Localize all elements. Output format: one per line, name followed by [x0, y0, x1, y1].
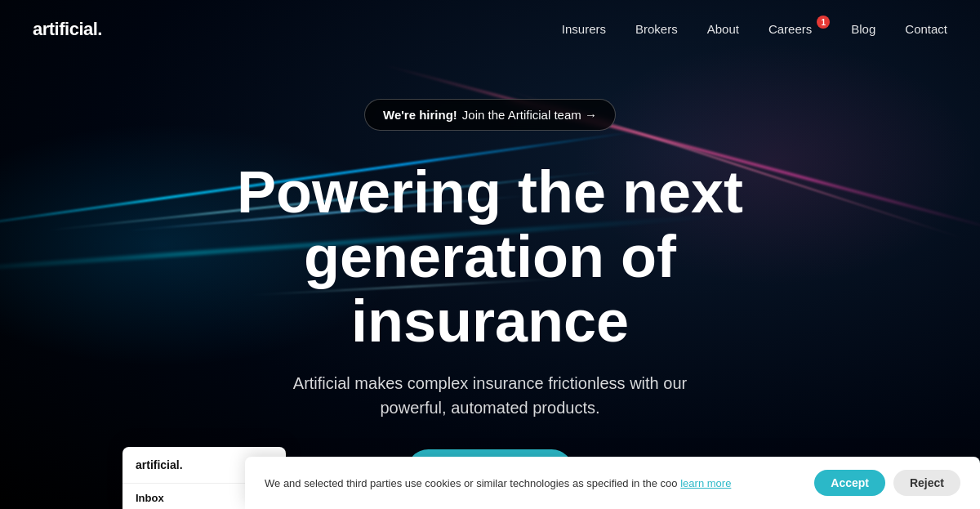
cookie-text: We and selected third parties use cookie…	[265, 477, 755, 489]
navbar: artificial. Insurers Brokers About Caree…	[0, 0, 980, 58]
accept-cookies-button[interactable]: Accept	[814, 470, 885, 496]
hero-content: We're hiring! Join the Artificial team →…	[0, 58, 980, 493]
nav-blog[interactable]: Blog	[851, 22, 875, 36]
cookie-actions: Accept Reject	[814, 470, 960, 496]
nav-brokers[interactable]: Brokers	[635, 22, 678, 36]
reject-cookies-button[interactable]: Reject	[893, 470, 960, 496]
hiring-pill-text: Join the Artificial team →	[462, 108, 597, 122]
logo[interactable]: artificial.	[33, 19, 102, 40]
hiring-pill-bold: We're hiring!	[383, 108, 457, 122]
hero-subtitle: Artificial makes complex insurance frict…	[261, 371, 719, 420]
careers-badge: 1	[817, 16, 830, 29]
hiring-pill[interactable]: We're hiring! Join the Artificial team →	[364, 99, 616, 131]
nav-insurers[interactable]: Insurers	[562, 22, 606, 36]
cookie-learn-more-link[interactable]: learn more	[680, 477, 731, 489]
hero-title: Powering the next generation of insuranc…	[196, 160, 784, 355]
cookie-banner: We and selected third parties use cookie…	[245, 457, 980, 509]
nav-careers[interactable]: Careers 1	[768, 22, 822, 36]
nav-about[interactable]: About	[707, 22, 739, 36]
nav-links: Insurers Brokers About Careers 1 Blog Co…	[562, 22, 947, 36]
nav-contact[interactable]: Contact	[905, 22, 947, 36]
